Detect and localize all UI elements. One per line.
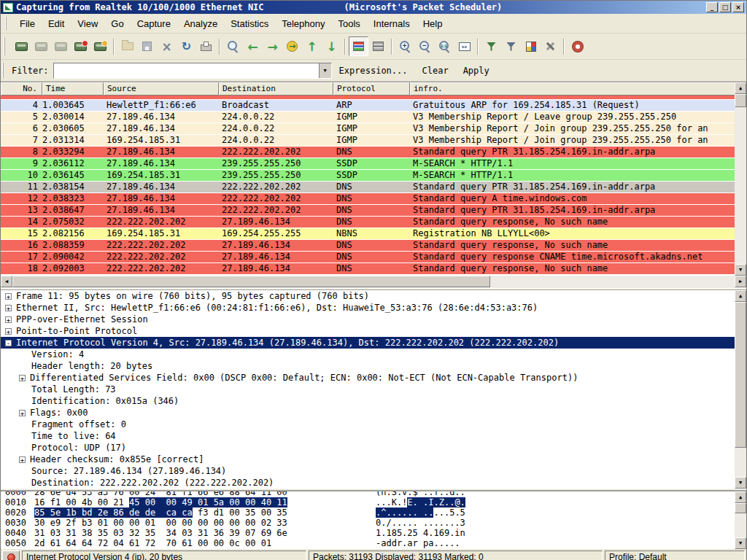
zoom-out-button[interactable]: −	[415, 36, 435, 56]
hex-vscrollbar[interactable]: ▲ ▼	[735, 491, 746, 549]
scroll-right-button[interactable]: ▶	[735, 276, 746, 287]
menu-go[interactable]: Go	[104, 16, 130, 31]
detail-line[interactable]: Time to live: 64	[1, 430, 736, 442]
hex-line-0030[interactable]: 003030 e9 2f b3 01 00 00 01 00 00 00 00 …	[1, 518, 736, 528]
scroll-up-button[interactable]: ▲	[735, 290, 746, 302]
detail-line[interactable]: +Point-to-Point Protocol	[1, 325, 736, 337]
detail-line[interactable]: Total Length: 73	[1, 384, 736, 395]
packet-row-18[interactable]: 182.092003222.222.202.20227.189.46.134DN…	[1, 263, 736, 275]
packet-row-7[interactable]: 72.031314169.254.185.31224.0.0.22IGMPV3 …	[1, 135, 736, 147]
save-capture-file-button[interactable]	[137, 36, 157, 56]
detail-line[interactable]: Source: 27.189.46.134 (27.189.46.134)	[1, 465, 736, 477]
detail-line[interactable]: +Header checksum: 0x855e [correct]	[1, 454, 736, 465]
help-button[interactable]	[568, 36, 587, 56]
preferences-button[interactable]	[541, 36, 560, 56]
column-header-no[interactable]: No.	[1, 82, 42, 96]
scroll-up-button[interactable]: ▲	[735, 491, 746, 503]
packet-row-9[interactable]: 92.03611227.189.46.134239.255.255.250SSD…	[1, 158, 736, 170]
maximize-button[interactable]: □	[719, 2, 731, 12]
menu-capture[interactable]: Capture	[131, 16, 177, 31]
hex-line-0040[interactable]: 004031 03 31 38 35 03 32 35 34 03 31 36 …	[1, 528, 736, 538]
auto-scroll-button[interactable]	[368, 36, 388, 56]
zoom-in-button[interactable]: +	[395, 36, 415, 56]
go-to-top-button[interactable]: ↑	[302, 36, 322, 56]
menu-internals[interactable]: Internals	[367, 16, 417, 31]
print-button[interactable]	[196, 36, 216, 56]
status-profile[interactable]: Profile: Default	[605, 551, 745, 560]
detail-line[interactable]: Protocol: UDP (17)	[1, 442, 736, 454]
coloring-rules-button[interactable]	[521, 36, 541, 56]
expander-icon[interactable]: +	[19, 410, 26, 416]
expander-icon[interactable]: +	[5, 305, 12, 311]
reload-capture-button[interactable]: ↻	[177, 36, 196, 56]
scroll-down-button[interactable]: ▼	[735, 477, 746, 489]
detail-line[interactable]: Version: 4	[1, 349, 736, 360]
menu-file[interactable]: File	[13, 16, 42, 31]
detail-line[interactable]: -Internet Protocol Version 4, Src: 27.18…	[1, 337, 736, 349]
details-vscrollbar[interactable]: ▲ ▼	[735, 290, 746, 489]
packet-row-16[interactable]: 162.088359222.222.202.20227.189.46.134DN…	[1, 240, 736, 252]
go-forward-button[interactable]: →	[263, 36, 282, 56]
go-to-bottom-button[interactable]: ↓	[322, 36, 341, 56]
capture-restart-button[interactable]	[90, 36, 110, 56]
expander-icon[interactable]: -	[5, 340, 12, 346]
filter-input[interactable]	[54, 63, 319, 78]
packet-row-8[interactable]: 82.03329427.189.46.134222.222.202.202DNS…	[1, 147, 736, 158]
expression-button[interactable]: Expression...	[332, 63, 415, 79]
hscroll-thumb[interactable]	[12, 276, 490, 287]
menu-analyze[interactable]: Analyze	[177, 16, 224, 31]
close-capture-button[interactable]: ×	[157, 36, 177, 56]
packet-row-4[interactable]: 41.003645HewlettP_f1:66:e6BroadcastARPGr…	[1, 100, 736, 112]
capture-filter-button[interactable]	[481, 36, 501, 56]
capture-options-button[interactable]	[31, 36, 51, 56]
menu-statistics[interactable]: Statistics	[224, 16, 275, 31]
capture-stop-button[interactable]	[71, 36, 90, 56]
scroll-down-button[interactable]: ▼	[735, 264, 746, 276]
detail-line[interactable]: +Frame 11: 95 bytes on wire (760 bits), …	[1, 290, 736, 302]
go-back-button[interactable]: ←	[243, 36, 263, 56]
scroll-thumb[interactable]	[735, 503, 746, 513]
expander-icon[interactable]: +	[19, 456, 26, 463]
scroll-thumb[interactable]	[735, 302, 746, 448]
packet-row-10[interactable]: 102.036145169.254.185.31239.255.255.250S…	[1, 170, 736, 182]
expander-icon[interactable]: +	[19, 375, 26, 381]
detail-line[interactable]: Destination: 222.222.202.202 (222.222.20…	[1, 477, 736, 489]
scroll-thumb[interactable]	[735, 94, 746, 107]
packet-row-11[interactable]: 112.03815427.189.46.134222.222.202.202DN…	[1, 182, 736, 193]
expander-icon[interactable]: +	[5, 316, 12, 323]
detail-line[interactable]: Header length: 20 bytes	[1, 360, 736, 372]
scroll-left-button[interactable]: ◀	[1, 276, 12, 287]
filter-dropdown-button[interactable]: ▼	[319, 63, 331, 78]
packet-row-14[interactable]: 142.075032222.222.202.20227.189.46.134DN…	[1, 217, 736, 228]
menu-edit[interactable]: Edit	[42, 16, 71, 31]
packet-row-17[interactable]: 172.090042222.222.202.20227.189.46.134DN…	[1, 252, 736, 263]
scroll-up-button[interactable]: ▲	[735, 82, 746, 94]
resize-columns-button[interactable]: ↔	[454, 36, 474, 56]
expert-info-button[interactable]	[2, 551, 20, 560]
scroll-down-button[interactable]: ▼	[735, 537, 746, 549]
display-filter-button[interactable]	[501, 36, 521, 56]
column-header-protocol[interactable]: Protocol	[333, 82, 410, 96]
open-capture-file-button[interactable]	[117, 36, 137, 56]
column-header-time[interactable]: Time	[42, 82, 104, 96]
menu-help[interactable]: Help	[417, 16, 449, 31]
detail-line[interactable]: Fragment offset: 0	[1, 419, 736, 430]
zoom-100-button[interactable]: 1:1	[435, 36, 454, 56]
packet-row-6[interactable]: 62.03060527.189.46.134224.0.0.22IGMPV3 M…	[1, 123, 736, 135]
minimize-button[interactable]: _	[706, 2, 718, 12]
capture-start-button[interactable]	[51, 36, 71, 56]
detail-line[interactable]: +PPP-over-Ethernet Session	[1, 314, 736, 325]
colorize-packet-list-button[interactable]	[349, 36, 368, 56]
packet-row-13[interactable]: 132.03864727.189.46.134222.222.202.202DN…	[1, 205, 736, 217]
column-header-infro[interactable]: infro.	[410, 82, 736, 96]
hex-line-0010[interactable]: 001016 f1 00 4b 00 21 45 00 00 49 01 5a …	[1, 497, 736, 508]
menu-view[interactable]: View	[71, 16, 104, 31]
column-header-destination[interactable]: Destination	[219, 82, 333, 96]
apply-button[interactable]: Apply	[456, 63, 497, 79]
clear-button[interactable]: Clear	[415, 63, 456, 79]
list-interfaces-button[interactable]	[12, 36, 31, 56]
packet-row-15[interactable]: 152.082156169.254.185.31169.254.255.255N…	[1, 228, 736, 240]
packet-row-5[interactable]: 52.03001427.189.46.134224.0.0.22IGMPV3 M…	[1, 112, 736, 123]
expander-icon[interactable]: +	[5, 328, 12, 335]
hex-line-0020[interactable]: 002085 5e 1b bd 2e 86 de de ca ca f3 d1 …	[1, 508, 736, 518]
